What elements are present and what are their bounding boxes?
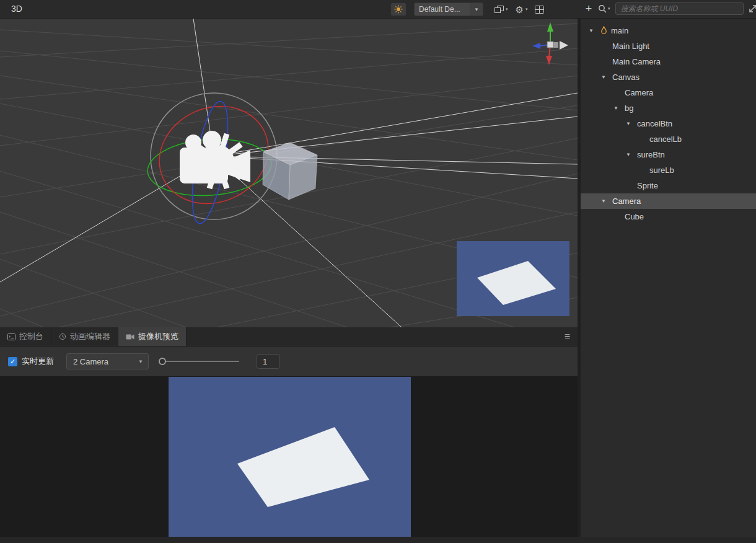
add-node-button[interactable]: + [584,2,593,15]
node-label: bg [625,104,633,113]
chevron-down-icon: ▼ [138,359,148,364]
chevron-down-icon: ▼ [470,3,483,15]
tab-animation-editor[interactable]: 动画编辑器 [51,327,118,346]
chevron-down-icon: ▾ [608,6,610,11]
node-label: sureLb [649,166,674,175]
chevron-down-icon: ▾ [506,7,508,12]
bottom-tabs-bar: 控制台动画编辑器摄像机预览 ≡ [0,327,578,347]
camera-preview-icon [126,333,134,340]
node-label: Camera [612,196,641,206]
console-icon [7,333,15,340]
chevron-down-icon: ▾ [525,7,528,12]
tabs: 控制台动画编辑器摄像机预览 [0,327,187,346]
tree-row[interactable]: Main Camera [581,54,756,69]
node-label: Main Light [612,42,649,51]
node-label: cancelBtn [637,119,672,128]
tree-row[interactable]: ▼sureBtn [581,147,756,162]
hierarchy-toolbar-group: + ▾ [584,2,756,15]
expand-arrow-icon[interactable]: ▼ [601,74,612,80]
tree-row[interactable]: ▼bg [581,100,756,116]
expand-arrow-icon[interactable]: ▼ [601,198,612,204]
animation-editor-icon [59,333,66,340]
gear-icon: ⚙ [516,5,524,14]
tree-row[interactable]: Cube [581,209,756,224]
realtime-update-checkbox[interactable]: ✓ [8,357,17,366]
tree-row[interactable]: ▼cancelBtn [581,116,756,131]
tree-row[interactable]: ▼main [581,23,756,38]
tab-label: 控制台 [19,331,43,342]
expand-arrow-icon[interactable]: ▼ [613,105,625,111]
layout-grid-button[interactable] [535,2,544,16]
scene-dropdown-value: Default De... [415,5,470,14]
tab-camera-preview[interactable]: 摄像机预览 [118,327,187,346]
light-gizmo-button[interactable] [390,2,407,16]
node-label: Canvas [612,73,640,82]
hierarchy-tree: ▼mainMain LightMain Camera▼CanvasCamera▼… [581,19,756,224]
tree-row[interactable]: Sprite [581,178,756,193]
tree-row[interactable]: Main Light [581,38,756,54]
bottom-panel: 控制台动画编辑器摄像机预览 ≡ ✓ 实时更新 2 Camera ▼ [0,327,578,537]
node-label: Main Camera [612,57,661,66]
expand-arrow-icon[interactable]: ▼ [626,121,637,126]
editor-window: 3D Default De... ▼ [0,0,756,543]
view-mode-label[interactable]: 3D [11,4,22,14]
camera-preview-controls: ✓ 实时更新 2 Camera ▼ [0,347,578,377]
node-label: Cube [625,212,644,221]
camera-preview-area [0,377,578,537]
preview-scale-slider[interactable] [159,357,239,366]
node-label: cancelLb [649,135,682,144]
sun-icon [394,5,403,14]
node-label: sureBtn [637,150,665,159]
expand-arrow-icon[interactable]: ▼ [626,152,637,157]
slider-knob[interactable] [159,358,166,365]
camera-preview-inset [457,241,569,316]
tab-console[interactable]: 控制台 [0,327,51,346]
expand-panel-icon[interactable] [749,4,756,13]
tree-row[interactable]: sureLb [581,162,756,178]
tree-row[interactable]: ▼Canvas [581,69,756,85]
scene-viewport[interactable] [0,19,578,327]
scene-toolbar-group: Default De... ▼ [390,2,483,16]
search-input[interactable] [615,2,744,15]
top-toolbar: 3D Default De... ▼ [0,0,756,19]
tab-label: 摄像机预览 [138,331,178,342]
slider-track [159,361,239,362]
cube-object[interactable] [263,143,317,200]
search-icon [598,4,607,13]
preview-scale-input[interactable] [257,354,280,369]
camera-select-value: 2 Camera [67,357,138,366]
tree-row[interactable]: cancelLb [581,131,756,147]
search-filter-button[interactable]: ▾ [598,4,610,13]
camera-select-dropdown[interactable]: 2 Camera ▼ [66,353,149,369]
panel-menu-icon[interactable]: ≡ [565,327,570,346]
plane-object [237,427,369,507]
tree-row[interactable]: Camera [581,85,756,100]
expand-arrow-icon[interactable]: ▼ [589,28,600,33]
realtime-update-label: 实时更新 [22,356,54,367]
flame-icon [600,26,611,35]
hierarchy-panel: ▼mainMain LightMain Camera▼CanvasCamera▼… [581,19,756,537]
scene-dropdown[interactable]: Default De... ▼ [414,2,483,16]
camera-preview-render [169,377,411,537]
layout-cascade-icon [494,6,504,14]
window-bottom-edge [0,537,756,543]
node-label: main [611,26,628,35]
node-label: Camera [625,88,653,97]
layout-grid-icon [535,6,544,14]
tab-label: 动画编辑器 [70,331,110,342]
node-label: Sprite [637,181,658,190]
settings-gear-button[interactable]: ⚙ ▾ [516,2,528,16]
layout-cascade-button[interactable]: ▾ [494,2,508,16]
window-toolbar-group: ▾ ⚙ ▾ [494,2,544,16]
axis-navigation-gizmo[interactable] [532,22,568,65]
tree-row[interactable]: ▼Camera [581,193,756,209]
check-icon: ✓ [10,358,15,365]
